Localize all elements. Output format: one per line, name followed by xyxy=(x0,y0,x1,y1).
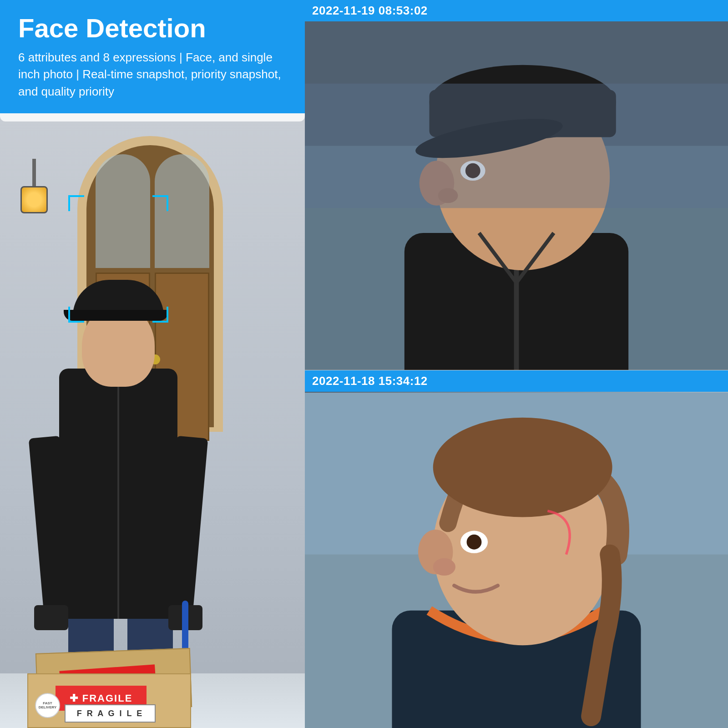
main-image: ✚ FRAGILE ✚ FRAGILE FAST DELIVERY F R A … xyxy=(0,113,305,728)
detection-entry-2: 2022-11-18 15:34:12 xyxy=(305,370,728,728)
entry-content-2: Gender Female Age Young Expression Happy… xyxy=(305,392,728,728)
fragile-label-text: ✚ FRAGILE xyxy=(70,693,133,704)
page-subtitle: 6 attributes and 8 expressions | Face, a… xyxy=(18,49,287,101)
door-glass-left xyxy=(96,154,150,268)
box-front: ✚ FRAGILE FAST DELIVERY F R A G I L E xyxy=(27,673,191,728)
fragile-logo-text: FAST DELIVERY xyxy=(36,702,59,710)
jacket-zipper xyxy=(117,369,119,619)
page-title: Face Detection xyxy=(18,14,287,43)
snow-top xyxy=(0,113,305,121)
glove-left xyxy=(34,605,68,630)
timestamp-1: 2022-11-19 08:53:02 xyxy=(312,4,428,17)
person-photo-svg-1 xyxy=(305,21,728,370)
timestamp-bar-2: 2022-11-18 15:34:12 xyxy=(305,370,728,392)
lamp-head xyxy=(20,186,48,213)
box-container: ✚ FRAGILE ✚ FRAGILE FAST DELIVERY F R A … xyxy=(27,637,200,728)
entry-photo-2 xyxy=(305,392,728,728)
fragile-logo: FAST DELIVERY xyxy=(35,693,60,718)
svg-rect-13 xyxy=(305,84,728,208)
svg-point-21 xyxy=(433,418,612,517)
entry-photo-1 xyxy=(305,21,728,370)
svg-point-23 xyxy=(467,535,482,550)
timestamp-bar-1: 2022-11-19 08:53:02 xyxy=(305,0,728,21)
fragile-bottom-text: F R A G I L E xyxy=(77,709,143,718)
detection-entry-1: 2022-11-19 08:53:02 xyxy=(305,0,728,370)
svg-point-24 xyxy=(433,558,455,576)
door-glass-right xyxy=(155,154,209,268)
person-cap-brim xyxy=(64,310,168,321)
timestamp-2: 2022-11-18 15:34:12 xyxy=(312,374,428,388)
fragile-text-bottom: F R A G I L E xyxy=(65,704,156,723)
lamp-bracket xyxy=(32,159,36,186)
header-banner: Face Detection 6 attributes and 8 expres… xyxy=(0,0,305,113)
wall-lamp xyxy=(18,159,50,209)
right-panel: 2022-11-19 08:53:02 xyxy=(305,0,728,728)
person-body xyxy=(59,369,177,619)
left-panel: Face Detection 6 attributes and 8 expres… xyxy=(0,0,305,728)
entry-content-1: Gender Female Age Young Expression Happy… xyxy=(305,21,728,370)
person-photo-svg-2 xyxy=(305,392,728,728)
